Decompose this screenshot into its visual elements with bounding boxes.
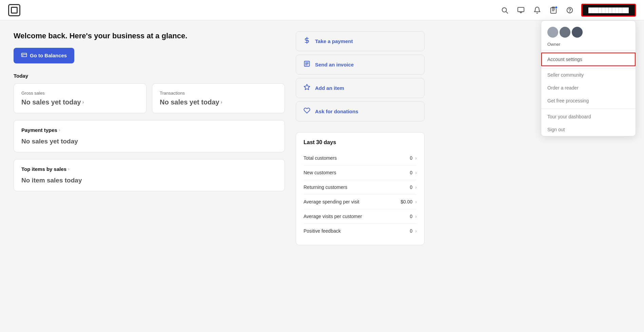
total-customers-value: 0 xyxy=(410,155,413,161)
new-customers-label: New customers xyxy=(304,170,336,175)
dropdown-avatar-row xyxy=(541,21,636,42)
payment-icon xyxy=(303,37,311,45)
top-items-value: No item sales today xyxy=(21,177,277,184)
new-customers-right: 0 › xyxy=(410,170,417,175)
returning-customers-row[interactable]: Returning customers 0 › xyxy=(304,180,417,195)
transactions-label: Transactions xyxy=(160,91,277,96)
top-items-card: Top items by sales › No item sales today xyxy=(14,159,285,191)
avg-spending-right: $0.00 › xyxy=(401,199,417,204)
total-customers-chevron: › xyxy=(415,155,417,161)
transactions-chevron: › xyxy=(221,99,222,105)
ask-donations-label: Ask for donations xyxy=(315,109,358,114)
top-items-chevron: › xyxy=(68,166,70,172)
avg-visits-value: 0 xyxy=(410,214,413,219)
account-button[interactable]: ████████████ xyxy=(581,4,636,17)
dropdown-sign-out[interactable]: Sign out xyxy=(541,123,636,136)
go-to-balances-label: Go to Balances xyxy=(30,53,67,58)
add-item-button[interactable]: Add an item xyxy=(296,78,425,98)
top-items-title[interactable]: Top items by sales › xyxy=(21,166,277,172)
gross-sales-chevron: › xyxy=(82,99,84,105)
dropdown-tour-dashboard[interactable]: Tour your dashboard xyxy=(541,110,636,123)
avg-spending-chevron: › xyxy=(415,199,417,204)
returning-customers-value: 0 xyxy=(410,184,413,190)
dropdown-divider-1 xyxy=(541,50,636,51)
chat-icon[interactable] xyxy=(516,5,526,15)
avg-spending-row[interactable]: Average spending per visit $0.00 › xyxy=(304,195,417,209)
returning-customers-right: 0 › xyxy=(410,184,417,190)
add-item-icon xyxy=(303,84,311,92)
help-icon[interactable] xyxy=(565,5,574,15)
take-payment-label: Take a payment xyxy=(315,38,353,44)
avg-visits-label: Average visits per customer xyxy=(304,214,362,219)
bell-icon[interactable] xyxy=(532,5,542,15)
dropdown-free-processing[interactable]: Get free processing xyxy=(541,94,636,107)
new-customers-chevron: › xyxy=(415,170,417,175)
avatar-2 xyxy=(560,27,570,38)
avg-visits-row[interactable]: Average visits per customer 0 › xyxy=(304,209,417,224)
payment-types-value: No sales yet today xyxy=(21,138,277,145)
positive-feedback-value: 0 xyxy=(410,228,413,234)
left-content: Welcome back. Here's your business at a … xyxy=(14,31,285,245)
top-nav: ████████████ Owner Account settings Sell… xyxy=(0,0,644,20)
returning-customers-chevron: › xyxy=(415,184,417,190)
payment-types-title[interactable]: Payment types › xyxy=(21,127,277,133)
last30-title: Last 30 days xyxy=(304,139,417,145)
payment-types-chevron: › xyxy=(59,127,60,133)
payment-types-card: Payment types › No sales yet today xyxy=(14,120,285,152)
positive-feedback-right: 0 › xyxy=(410,228,417,234)
last30-section: Last 30 days Total customers 0 › New cus… xyxy=(296,132,425,245)
gross-sales-card[interactable]: Gross sales No sales yet today › xyxy=(14,83,147,113)
welcome-heading: Welcome back. Here's your business at a … xyxy=(14,31,285,41)
add-item-label: Add an item xyxy=(315,85,344,91)
nav-right: ████████████ xyxy=(500,4,636,17)
clipboard-icon[interactable] xyxy=(549,5,558,15)
avatar-3 xyxy=(572,27,583,38)
dropdown-seller-community[interactable]: Seller community xyxy=(541,69,636,81)
balances-icon xyxy=(21,52,27,59)
svg-rect-2 xyxy=(518,7,524,12)
invoice-icon xyxy=(303,60,311,69)
search-icon[interactable] xyxy=(500,5,509,15)
today-label: Today xyxy=(14,73,285,79)
positive-feedback-label: Positive feedback xyxy=(304,228,341,234)
go-to-balances-button[interactable]: Go to Balances xyxy=(14,48,74,63)
dropdown-menu: Owner Account settings Seller community … xyxy=(541,20,636,136)
svg-rect-9 xyxy=(22,53,27,57)
new-customers-row[interactable]: New customers 0 › xyxy=(304,165,417,180)
positive-feedback-chevron: › xyxy=(415,228,417,234)
action-buttons: Take a payment Send an invoice Add an it… xyxy=(296,31,425,121)
square-logo[interactable] xyxy=(8,4,20,16)
sales-cards-row: Gross sales No sales yet today › Transac… xyxy=(14,83,285,113)
gross-sales-label: Gross sales xyxy=(21,91,139,96)
total-customers-row[interactable]: Total customers 0 › xyxy=(304,151,417,165)
avg-visits-right: 0 › xyxy=(410,214,417,219)
new-customers-value: 0 xyxy=(410,170,413,175)
svg-point-10 xyxy=(23,55,23,56)
avg-spending-value: $0.00 xyxy=(401,199,412,204)
returning-customers-label: Returning customers xyxy=(304,184,347,190)
gross-sales-value: No sales yet today › xyxy=(21,98,139,106)
svg-line-1 xyxy=(506,12,508,13)
avg-visits-chevron: › xyxy=(415,214,417,219)
donations-icon xyxy=(303,107,311,116)
avatar-1 xyxy=(547,27,558,38)
account-settings-item[interactable]: Account settings xyxy=(541,53,636,66)
send-invoice-button[interactable]: Send an invoice xyxy=(296,55,425,75)
transactions-card[interactable]: Transactions No sales yet today › xyxy=(152,83,285,113)
nav-left xyxy=(8,4,20,16)
dropdown-order-reader[interactable]: Order a reader xyxy=(541,81,636,94)
dropdown-owner-label: Owner xyxy=(541,42,636,50)
positive-feedback-row[interactable]: Positive feedback 0 › xyxy=(304,224,417,238)
avg-spending-label: Average spending per visit xyxy=(304,199,359,204)
ask-donations-button[interactable]: Ask for donations xyxy=(296,101,425,121)
total-customers-right: 0 › xyxy=(410,155,417,161)
total-customers-label: Total customers xyxy=(304,155,337,161)
svg-marker-16 xyxy=(304,84,310,90)
dropdown-avatars xyxy=(547,27,583,38)
send-invoice-label: Send an invoice xyxy=(315,62,354,67)
dropdown-divider-3 xyxy=(541,109,636,109)
transactions-value: No sales yet today › xyxy=(160,98,277,106)
take-payment-button[interactable]: Take a payment xyxy=(296,31,425,51)
right-panel: Take a payment Send an invoice Add an it… xyxy=(296,31,425,245)
